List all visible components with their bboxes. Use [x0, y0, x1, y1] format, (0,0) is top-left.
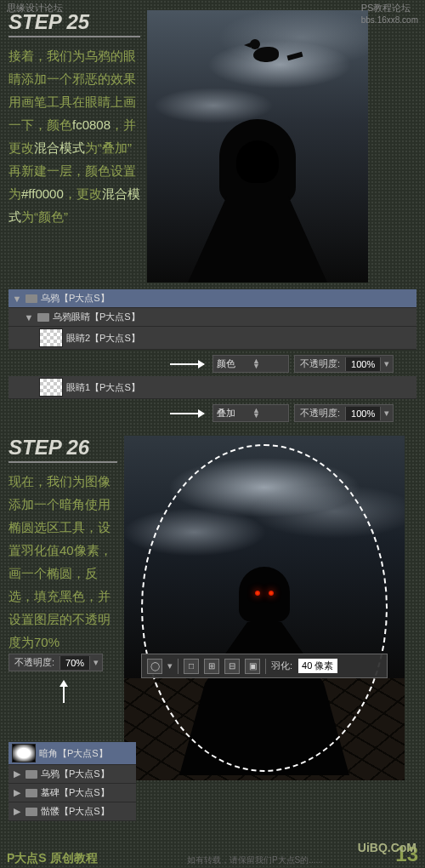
selection-new-icon[interactable]: □ — [184, 659, 199, 674]
layer-group-crow[interactable]: ▶ 乌鸦【P大点S】 — [8, 765, 136, 784]
layer-label: 乌鸦【P大点S】 — [41, 292, 413, 305]
step25-left: STEP 25 接着，我们为乌鸦的眼睛添加一个邪恶的效果用画笔工具在眼睛上画一下… — [8, 10, 140, 283]
chevron-down-icon[interactable]: ▾ — [381, 358, 393, 369]
feather-input[interactable]: 40 像素 — [298, 658, 338, 674]
step25-layers-panel-2: 眼睛1【P大点S】 — [8, 376, 416, 399]
step26-layers-panel: 暗角【P大点S】 ▶ 乌鸦【P大点S】 ▶ 墓碑【P大点S】 ▶ 骷髅【P大点S… — [8, 742, 136, 821]
arrow-icon — [170, 413, 204, 414]
chevron-down-icon[interactable]: ▾ — [381, 408, 393, 419]
blend-row-eye1: 叠加 ▲▼ 不透明度: 100% ▾ — [8, 404, 416, 422]
blend-value: 叠加 — [217, 407, 235, 420]
dropdown-chevron-icon[interactable]: ▾ — [167, 660, 173, 671]
folder-icon — [26, 789, 37, 797]
site-watermark: UiBQ.CoM — [358, 841, 416, 854]
step25-preview-image — [147, 10, 368, 283]
marquee-tool-icon[interactable]: ◯ — [147, 659, 162, 674]
layer-thumb-icon — [39, 378, 63, 397]
bottom-watermark: P大点S 原创教程 如有转载，请保留我们P大点S的...... 13 UiBQ.… — [0, 842, 425, 866]
wm-right: PS教程论坛 bbs.16xx8.com — [361, 2, 418, 25]
chevron-down-icon[interactable]: ▾ — [90, 657, 102, 668]
layer-label: 乌鸦【P大点S】 — [41, 768, 133, 780]
opacity-control[interactable]: 不透明度: 100% ▾ — [294, 355, 394, 373]
step25-text: 接着，我们为乌鸦的眼睛添加一个邪恶的效果用画笔工具在眼睛上画一下，颜色fc080… — [8, 44, 140, 228]
layer-eye2[interactable]: 眼睛2【P大点S】 — [8, 327, 416, 350]
blend-value: 颜色 — [217, 357, 235, 370]
opacity-label: 不透明度: — [295, 356, 345, 372]
opacity-value[interactable]: 100% — [345, 407, 381, 420]
layer-label: 眼睛1【P大点S】 — [66, 381, 413, 394]
step26-text: 现在，我们为图像添加一个暗角使用椭圆选区工具，设置羽化值40像素，画一个椭圆，反… — [8, 470, 117, 654]
folder-icon — [26, 770, 37, 779]
step26-section: STEP 26 现在，我们为图像添加一个暗角使用椭圆选区工具，设置羽化值40像素… — [8, 436, 416, 780]
marquee-options-toolbar: ◯ ▾ □ ⊞ ⊟ ▣ 羽化: 40 像素 — [141, 654, 388, 678]
vignette-thumb-icon — [12, 744, 36, 762]
feather-label: 羽化: — [271, 660, 292, 672]
layer-eye1[interactable]: 眼睛1【P大点S】 — [8, 376, 416, 399]
blend-mode-dropdown[interactable]: 颜色 ▲▼ — [212, 355, 289, 373]
dropdown-arrows-icon: ▲▼ — [252, 359, 260, 368]
arrow-up-icon — [63, 681, 65, 703]
folder-icon — [26, 294, 37, 303]
opacity-value[interactable]: 100% — [345, 357, 381, 371]
layer-group-tombstone[interactable]: ▶ 墓碑【P大点S】 — [8, 784, 136, 802]
reaper-figure — [181, 119, 334, 283]
layer-vignette[interactable]: 暗角【P大点S】 — [8, 742, 136, 765]
selection-intersect-icon[interactable]: ▣ — [245, 659, 260, 674]
layer-label: 骷髅【P大点S】 — [41, 805, 133, 818]
layer-label: 乌鸦眼睛【P大点S】 — [53, 311, 413, 323]
opacity-control[interactable]: 不透明度: 70% ▾ — [8, 654, 103, 671]
folder-icon — [26, 808, 37, 816]
twisty-icon[interactable]: ▼ — [24, 312, 34, 323]
step26-preview-image: ◯ ▾ □ ⊞ ⊟ ▣ 羽化: 40 像素 — [124, 436, 405, 780]
twisty-icon[interactable]: ▼ — [12, 294, 22, 304]
selection-subtract-icon[interactable]: ⊟ — [224, 659, 240, 674]
selection-add-icon[interactable]: ⊞ — [204, 659, 219, 674]
twisty-icon[interactable]: ▶ — [12, 787, 22, 798]
folder-icon — [37, 313, 49, 322]
arrow-icon — [170, 363, 204, 365]
layer-subgroup-eyes[interactable]: ▼ 乌鸦眼睛【P大点S】 — [8, 308, 416, 327]
layer-label: 墓碑【P大点S】 — [41, 786, 133, 799]
brand-text: P大点S 原创教程 — [7, 851, 98, 866]
layer-group-skull[interactable]: ▶ 骷髅【P大点S】 — [8, 802, 136, 821]
wm-left: 思缘设计论坛 — [7, 2, 63, 25]
layer-thumb-icon — [39, 328, 63, 347]
crow-figure — [253, 32, 296, 62]
layer-label: 暗角【P大点S】 — [39, 747, 133, 760]
step26-opacity-control: 不透明度: 70% ▾ — [8, 654, 103, 671]
note-text: 如有转载，请保留我们P大点S的...... — [187, 854, 323, 866]
step26-title: STEP 26 — [8, 436, 117, 463]
step26-left: STEP 26 现在，我们为图像添加一个暗角使用椭圆选区工具，设置羽化值40像素… — [8, 436, 117, 780]
layer-group-crow[interactable]: ▼ 乌鸦【P大点S】 — [8, 289, 416, 308]
opacity-label: 不透明度: — [295, 405, 345, 421]
step25-section: STEP 25 接着，我们为乌鸦的眼睛添加一个邪恶的效果用画笔工具在眼睛上画一下… — [8, 10, 416, 422]
blend-mode-dropdown[interactable]: 叠加 ▲▼ — [212, 404, 289, 422]
top-watermark: 思缘设计论坛 PS教程论坛 bbs.16xx8.com — [0, 2, 425, 25]
step25-layers-panel: ▼ 乌鸦【P大点S】 ▼ 乌鸦眼睛【P大点S】 眼睛2【P大点S】 — [8, 289, 416, 350]
dropdown-arrows-icon: ▲▼ — [252, 408, 260, 418]
opacity-value[interactable]: 70% — [60, 656, 90, 670]
blend-row-eye2: 颜色 ▲▼ 不透明度: 100% ▾ — [8, 355, 416, 373]
twisty-icon[interactable]: ▶ — [12, 768, 22, 779]
opacity-label: 不透明度: — [9, 654, 60, 671]
layer-label: 眼睛2【P大点S】 — [66, 332, 413, 345]
opacity-control[interactable]: 不透明度: 100% ▾ — [294, 404, 394, 422]
twisty-icon[interactable]: ▶ — [12, 806, 22, 817]
